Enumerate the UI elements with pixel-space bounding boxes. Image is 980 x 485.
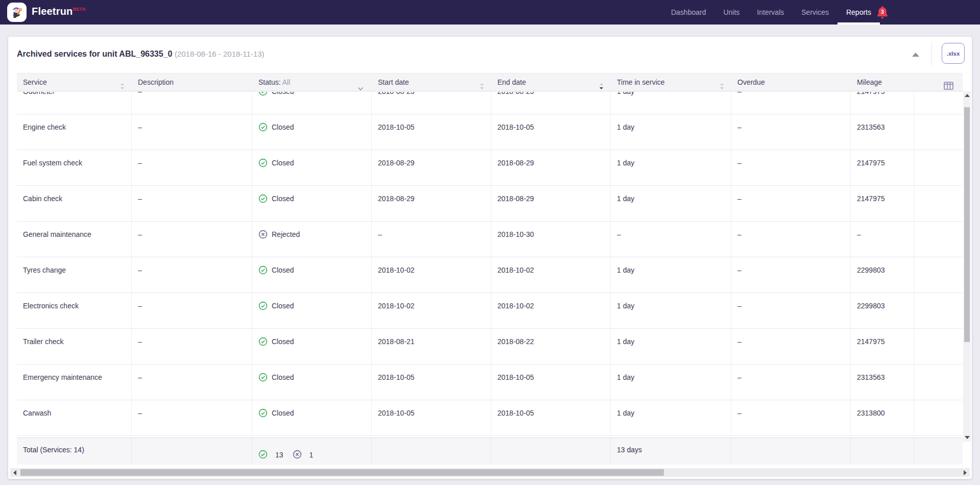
cell-start-date: 2018-08-23	[372, 92, 491, 114]
cell-status: Closed	[252, 186, 372, 221]
divider	[931, 43, 932, 65]
status-label: Closed	[272, 409, 294, 417]
footer-time-total: 13 days	[611, 438, 731, 465]
header-spacer	[914, 74, 963, 91]
x-circle-icon	[293, 450, 302, 459]
cell-end-date: 2018-08-29	[491, 150, 611, 185]
notifications-bell-icon[interactable]: 3	[875, 5, 890, 20]
column-header-end-date[interactable]: End date	[491, 74, 611, 91]
scroll-down-arrow[interactable]	[963, 433, 971, 442]
nav-item-services[interactable]: Services	[793, 0, 838, 25]
cell-description: –	[132, 114, 252, 150]
check-circle-icon	[258, 265, 268, 275]
table-row[interactable]: Tyres change – Closed 2018-10-02 2018-10…	[17, 257, 963, 293]
table-row[interactable]: Odometer – Closed 2018-08-23 2018-08-23 …	[17, 92, 963, 114]
cell-time-in-service: 1 day	[611, 92, 731, 114]
scroll-up-arrow[interactable]	[963, 91, 971, 100]
table-row[interactable]: Electronics check – Closed 2018-10-02 20…	[17, 293, 963, 329]
status-label: Closed	[272, 373, 294, 381]
status-label: Closed	[272, 159, 294, 167]
scroll-left-arrow[interactable]	[10, 468, 19, 477]
brand-title: FleetrunBETA	[32, 6, 86, 17]
cell-overdue: –	[731, 114, 851, 150]
cell-service: Tyres change	[17, 257, 132, 293]
footer-total: Total (Services: 14)	[17, 438, 132, 465]
cell-end-date: 2018-10-02	[491, 257, 611, 293]
status-label: Closed	[272, 195, 294, 203]
column-header-service[interactable]: Service	[17, 74, 132, 91]
table-header: Service Description Status: All Start da…	[17, 73, 963, 91]
column-header-overdue[interactable]: Overdue	[731, 74, 851, 91]
table-row[interactable]: General maintenance – Rejected – 2018-10…	[17, 222, 963, 257]
cell-end-date: 2018-10-05	[491, 365, 611, 400]
cell-time-in-service: 1 day	[611, 186, 731, 221]
check-circle-icon	[258, 92, 268, 96]
closed-total: 13	[275, 451, 283, 459]
cell-status: Closed	[252, 257, 372, 293]
cell-description: –	[132, 186, 252, 221]
cell-mileage: 2313800	[851, 400, 914, 435]
cell-service: Fuel system check	[17, 150, 132, 185]
cell-service: Trailer check	[17, 329, 132, 364]
xlsx-export-button[interactable]: .xlsx	[942, 43, 965, 64]
check-circle-icon	[258, 194, 268, 203]
status-label: Closed	[272, 123, 294, 131]
cell-status: Closed	[252, 400, 372, 435]
cell-end-date: 2018-08-22	[491, 329, 611, 364]
column-header-start-date[interactable]: Start date	[372, 74, 491, 91]
fleetrun-logo[interactable]	[7, 3, 27, 22]
cell-overdue: –	[731, 186, 851, 221]
fleetrun-app: FleetrunBETA Dashboard Units Intervals S…	[0, 0, 980, 485]
cell-end-date: 2018-08-23	[491, 92, 611, 114]
nav-item-units[interactable]: Units	[714, 0, 748, 25]
cell-overdue: –	[731, 365, 851, 400]
cell-overdue: –	[731, 222, 851, 257]
horizontal-scrollbar[interactable]	[10, 468, 970, 477]
cell-start-date: 2018-10-05	[372, 400, 491, 435]
vertical-scrollbar[interactable]	[963, 91, 971, 442]
nav-item-reports[interactable]: Reports	[838, 0, 880, 25]
vertical-scrollbar-thumb[interactable]	[964, 107, 970, 342]
table-row[interactable]: Trailer check – Closed 2018-08-21 2018-0…	[17, 329, 963, 365]
scroll-right-arrow[interactable]	[961, 468, 970, 477]
column-header-description[interactable]: Description	[132, 74, 252, 91]
collapse-panel-button[interactable]	[908, 48, 923, 61]
table-row[interactable]: Fuel system check – Closed 2018-08-29 20…	[17, 150, 963, 186]
date-range: (2018-08-16 - 2018-11-13)	[175, 50, 265, 58]
column-header-time-in-service[interactable]: Time in service	[611, 74, 731, 91]
cell-time-in-service: 1 day	[611, 114, 731, 150]
cell-mileage: 2147975	[851, 186, 914, 221]
table-row[interactable]: Engine check – Closed 2018-10-05 2018-10…	[17, 114, 963, 150]
beta-badge: BETA	[73, 7, 86, 12]
cell-start-date: 2018-08-29	[372, 150, 491, 185]
cell-overdue: –	[731, 257, 851, 293]
table-row[interactable]: Cabin check – Closed 2018-08-29 2018-08-…	[17, 186, 963, 222]
cell-description: –	[132, 92, 252, 114]
cell-start-date: 2018-08-29	[372, 186, 491, 221]
table-row[interactable]: Emergency maintenance – Closed 2018-10-0…	[17, 365, 963, 400]
nav-item-intervals[interactable]: Intervals	[748, 0, 793, 25]
cell-overdue: –	[731, 150, 851, 185]
table-footer: Total (Services: 14) 13 1 13 days	[17, 438, 963, 465]
cell-description: –	[132, 329, 252, 364]
cell-status: Closed	[252, 365, 372, 400]
cell-status: Closed	[252, 293, 372, 328]
check-circle-icon	[258, 301, 268, 310]
cell-service: Cabin check	[17, 186, 132, 221]
cell-start-date: 2018-10-05	[372, 114, 491, 150]
cell-status: Closed	[252, 329, 372, 364]
cell-service: Electronics check	[17, 293, 132, 328]
cell-mileage: 2147975	[851, 92, 914, 114]
cell-time-in-service: 1 day	[611, 329, 731, 364]
column-header-status-filter[interactable]: Status: All	[252, 74, 372, 91]
horizontal-scrollbar-thumb[interactable]	[20, 469, 664, 476]
table-row[interactable]: Carwash – Closed 2018-10-05 2018-10-05 1…	[17, 400, 963, 436]
cell-time-in-service: 1 day	[611, 400, 731, 435]
nav-item-dashboard[interactable]: Dashboard	[662, 0, 715, 25]
cell-service: General maintenance	[17, 222, 132, 257]
column-header-mileage[interactable]: Mileage	[851, 74, 914, 91]
panel-title-bar: Archived services for unit ABL_96335_0 (…	[8, 37, 972, 72]
cell-start-date: 2018-10-02	[372, 293, 491, 328]
cell-description: –	[132, 400, 252, 435]
main-nav: Dashboard Units Intervals Services Repor…	[662, 0, 880, 25]
